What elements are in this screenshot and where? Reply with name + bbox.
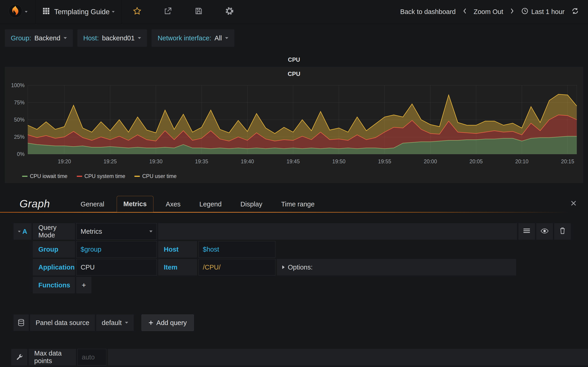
item-label: Item	[158, 259, 197, 275]
close-icon	[571, 200, 577, 208]
application-label: Application	[33, 259, 75, 275]
item-value: /CPU/	[203, 264, 221, 271]
panel-editor-header: Graph General Metrics Axes Legend Displa…	[0, 196, 588, 212]
svg-text:20:00: 20:00	[424, 158, 437, 165]
application-value: CPU	[81, 264, 95, 271]
add-query-label: Add query	[156, 319, 187, 327]
back-to-dashboard-button[interactable]: Back to dashboard	[400, 8, 456, 16]
clock-icon	[521, 7, 528, 16]
save-button[interactable]	[183, 0, 214, 24]
graph-legend: CPU iowait time CPU system time CPU user…	[22, 173, 583, 179]
tab-legend[interactable]: Legend	[193, 196, 228, 212]
settings-button[interactable]	[214, 0, 245, 24]
time-shift-forward-button[interactable]	[510, 8, 514, 16]
tab-time-range[interactable]: Time range	[275, 196, 321, 212]
legend-label: CPU user time	[142, 173, 177, 179]
zoom-out-button[interactable]: Zoom Out	[474, 8, 503, 16]
tab-display[interactable]: Display	[234, 196, 269, 212]
query-mode-select[interactable]: Metrics	[76, 223, 157, 240]
tab-metrics[interactable]: Metrics	[117, 196, 153, 212]
chevron-down-icon	[18, 231, 21, 232]
cpu-chart[interactable]: 19:2019:2519:3019:3519:4019:4519:5019:55…	[5, 83, 583, 172]
star-button[interactable]	[122, 0, 153, 24]
variable-host-dropdown[interactable]: Host: backend01	[78, 29, 147, 47]
variable-netif-value: All	[215, 34, 222, 42]
svg-text:75%: 75%	[14, 100, 25, 106]
close-editor-button[interactable]	[568, 198, 579, 210]
refresh-button[interactable]	[571, 7, 579, 16]
save-icon	[195, 7, 203, 17]
max-data-points-row: Max data points	[11, 349, 588, 365]
panel-title[interactable]: CPU	[0, 56, 588, 63]
add-function-button[interactable]: +	[76, 277, 91, 293]
bottom-row-filler	[108, 349, 588, 365]
svg-text:50%: 50%	[14, 117, 25, 123]
variable-host-label: Host:	[83, 34, 99, 42]
variable-group-value: Backend	[35, 34, 61, 42]
dashboard-title: Templating Guide	[54, 8, 110, 16]
variable-group-dropdown[interactable]: Group: Backend	[5, 29, 73, 47]
chevron-right-icon	[282, 265, 285, 269]
svg-text:19:55: 19:55	[378, 158, 391, 165]
time-shift-back-button[interactable]	[463, 8, 467, 16]
dashboard-grid-icon	[43, 8, 50, 16]
gear-icon	[225, 6, 234, 17]
graph-title: CPU	[5, 70, 583, 77]
share-button[interactable]	[153, 0, 183, 24]
dashboard-title-menu[interactable]: Templating Guide	[36, 0, 122, 24]
plus-icon	[149, 319, 153, 327]
max-data-points-input-cell	[78, 349, 106, 365]
legend-swatch-red	[77, 176, 82, 177]
query-row-filler	[158, 223, 517, 240]
chevron-down-icon	[138, 37, 141, 39]
svg-text:19:35: 19:35	[195, 158, 208, 165]
query-row-functions: Functions +	[14, 277, 571, 293]
variable-group-label: Group:	[11, 34, 31, 42]
datasource-row: Panel data source default Add query	[14, 315, 588, 331]
options-toggle[interactable]: Options:	[277, 259, 516, 275]
legend-item-system[interactable]: CPU system time	[77, 173, 125, 179]
host-input[interactable]: $host	[199, 241, 275, 258]
max-data-points-input[interactable]	[82, 353, 102, 361]
query-menu-button[interactable]	[519, 223, 535, 240]
item-input[interactable]: /CPU/	[199, 259, 275, 275]
svg-text:25%: 25%	[14, 134, 25, 140]
datasource-select[interactable]: default	[96, 315, 134, 331]
query-row-group-host: Group $group Host $host	[14, 241, 571, 258]
editor-tabs: General Metrics Axes Legend Display Time…	[74, 196, 327, 212]
variable-netif-label: Network interface:	[157, 34, 211, 42]
svg-text:19:45: 19:45	[286, 158, 300, 165]
query-collapse-toggle[interactable]: A	[14, 223, 32, 240]
svg-text:19:30: 19:30	[149, 158, 163, 165]
svg-text:20:05: 20:05	[469, 158, 483, 165]
svg-text:19:25: 19:25	[104, 158, 117, 165]
chevron-down-icon	[64, 37, 67, 39]
query-mode-value: Metrics	[81, 228, 102, 235]
tab-axes[interactable]: Axes	[159, 196, 187, 212]
variable-netif-dropdown[interactable]: Network interface: All	[152, 29, 234, 47]
panel-datasource-label: Panel data source	[30, 315, 95, 331]
chevron-right-icon	[510, 8, 514, 16]
refresh-icon	[571, 7, 579, 16]
wrench-icon	[11, 349, 27, 365]
legend-label: CPU system time	[85, 173, 125, 179]
query-delete-button[interactable]	[554, 223, 571, 240]
grafana-menu-button[interactable]	[0, 0, 36, 24]
functions-label: Functions	[33, 277, 75, 293]
legend-item-user[interactable]: CPU user time	[134, 173, 177, 179]
query-editor: A Query Mode Metrics	[0, 223, 588, 365]
svg-text:19:50: 19:50	[332, 158, 346, 165]
legend-item-iowait[interactable]: CPU iowait time	[22, 173, 68, 179]
group-input[interactable]: $group	[76, 241, 157, 258]
chevron-down-icon	[225, 37, 228, 39]
tab-general[interactable]: General	[74, 196, 111, 212]
add-query-button[interactable]: Add query	[141, 315, 194, 331]
query-toggle-visibility-button[interactable]	[536, 223, 553, 240]
panel-type-label: Graph	[19, 198, 50, 212]
svg-text:20:10: 20:10	[515, 158, 528, 165]
application-input[interactable]: CPU	[76, 259, 157, 275]
max-data-points-label: Max data points	[29, 349, 76, 365]
time-range-picker[interactable]: Last 1 hour	[521, 7, 565, 16]
navbar-actions	[122, 0, 245, 24]
svg-text:19:40: 19:40	[241, 158, 254, 165]
